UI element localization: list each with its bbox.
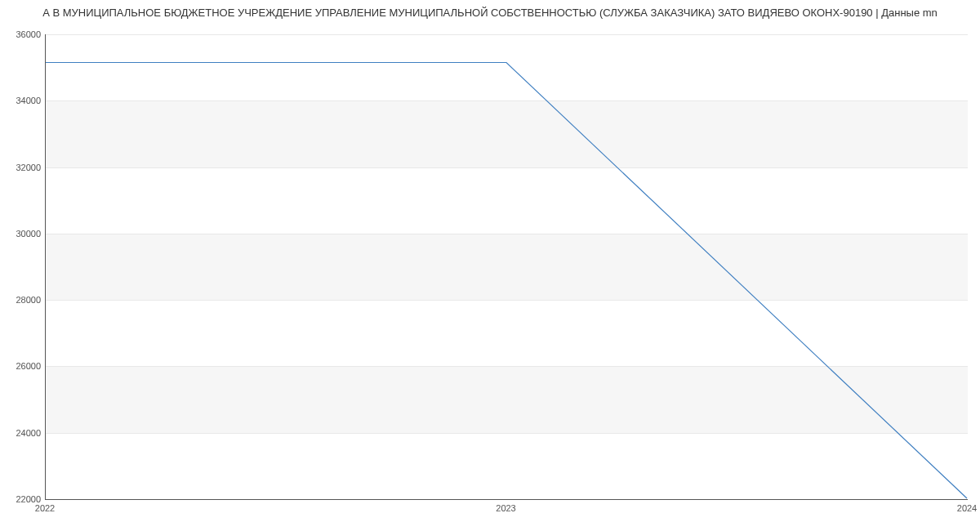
y-tick-label: 26000: [0, 361, 41, 371]
x-tick-label: 2024: [957, 503, 977, 513]
y-tick-label: 24000: [0, 428, 41, 438]
y-tick-label: 34000: [0, 96, 41, 105]
x-tick-label: 2023: [496, 503, 515, 513]
chart-container: А В МУНИЦИПАЛЬНОЕ БЮДЖЕТНОЕ УЧРЕЖДЕНИЕ У…: [0, 0, 980, 531]
chart-title: А В МУНИЦИПАЛЬНОЕ БЮДЖЕТНОЕ УЧРЕЖДЕНИЕ У…: [0, 7, 980, 19]
y-tick-label: 28000: [0, 295, 41, 305]
plot-area: [45, 34, 968, 500]
y-tick-label: 30000: [0, 229, 41, 239]
y-tick-label: 36000: [0, 29, 41, 39]
series-line: [46, 62, 967, 498]
y-tick-label: 32000: [0, 163, 41, 172]
x-tick-label: 2022: [35, 503, 55, 513]
line-layer: [46, 34, 968, 499]
